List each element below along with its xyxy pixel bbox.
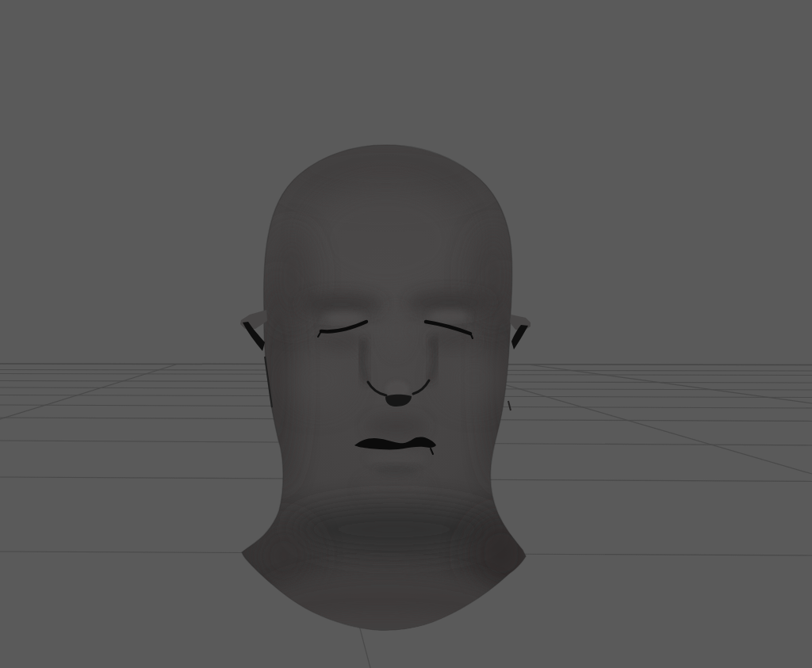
shading-forehead-highlight (307, 182, 465, 296)
shading-lower-lip (366, 451, 427, 465)
head-model[interactable] (240, 132, 536, 645)
3d-viewport[interactable] (0, 0, 812, 668)
viewport-canvas[interactable] (0, 0, 812, 668)
shading-upper-lip (366, 415, 427, 437)
shading-lid-highlight-right (428, 310, 469, 323)
shading-nose-bridge-highlight (385, 307, 408, 355)
shading-temple-left (270, 228, 314, 326)
shading-cheek-right (441, 349, 508, 407)
shading-lid-highlight-left (324, 311, 365, 324)
shading-chin-highlight (359, 475, 429, 503)
shading-socket-left (316, 334, 363, 351)
shading-cheek-left (285, 352, 352, 409)
